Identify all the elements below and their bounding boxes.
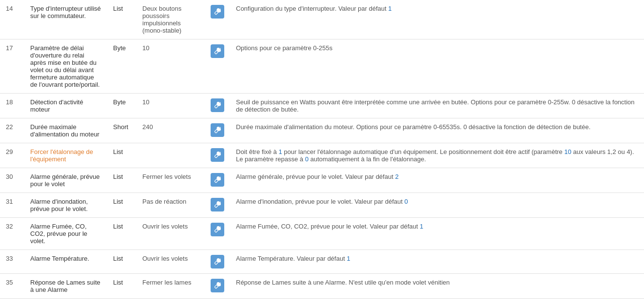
table-row: 22Durée maximale d'alimentation du moteu… (0, 118, 644, 143)
param-id: 18 (0, 94, 24, 118)
param-id: 22 (0, 118, 24, 143)
param-type: List (107, 0, 137, 39)
param-description: Options pour ce paramètre 0-255s (230, 39, 644, 94)
param-description: Configuration du type d'interrupteur. Va… (230, 0, 644, 39)
param-action-cell (205, 218, 230, 250)
param-value: Fermer les volets (137, 168, 205, 193)
param-id: 32 (0, 218, 24, 250)
param-description: Alarme d'inondation, prévue pour le vole… (230, 193, 644, 218)
param-type: List (107, 218, 137, 250)
table-row: 35Réponse de Lames suite à une AlarmeLis… (0, 274, 644, 299)
param-type: List (107, 143, 137, 168)
param-value: Pas de réaction (137, 193, 205, 218)
param-type: Byte (107, 39, 137, 94)
param-description: Réponse de Lames suite à une Alarme. N'e… (230, 274, 644, 299)
param-value: Ouvrir les volets (137, 218, 205, 250)
param-id: 14 (0, 0, 24, 39)
param-value: 10 (137, 39, 205, 94)
edit-button[interactable] (211, 279, 224, 292)
param-description: Alarme générale, prévue pour le volet. V… (230, 168, 644, 193)
edit-button[interactable] (211, 198, 224, 211)
edit-button[interactable] (211, 44, 224, 58)
param-value: Fermer les lames (137, 274, 205, 299)
param-value (137, 143, 205, 168)
param-label: Paramètre de délai d'ouverture du relai … (24, 39, 107, 94)
table-row: 32Alarme Fumée, CO, CO2, prévue pour le … (0, 218, 644, 250)
table-row: 33Alarme Température.ListOuvrir les vole… (0, 250, 644, 274)
param-action-cell (205, 168, 230, 193)
edit-button[interactable] (211, 223, 224, 236)
param-type: Short (107, 118, 137, 143)
param-label: Réponse de Lames suite à une Alarme (24, 274, 107, 299)
param-action-cell (205, 39, 230, 94)
param-description: Alarme Fumée, CO, CO2, prévue pour le vo… (230, 218, 644, 250)
param-id: 29 (0, 143, 24, 168)
parameters-table: 14Type d'interrupteur utilisé sur le com… (0, 0, 644, 299)
param-type: List (107, 274, 137, 299)
param-action-cell (205, 0, 230, 39)
param-action-cell (205, 250, 230, 274)
param-action-cell (205, 274, 230, 299)
param-label: Détection d'activité moteur (24, 94, 107, 118)
edit-button[interactable] (211, 5, 224, 19)
edit-button[interactable] (211, 98, 224, 112)
param-id: 17 (0, 39, 24, 94)
param-value: Deux boutons poussoirs impulsionnels (mo… (137, 0, 205, 39)
param-action-cell (205, 143, 230, 168)
param-label: Alarme Fumée, CO, CO2, prévue pour le vo… (24, 218, 107, 250)
edit-button[interactable] (211, 148, 224, 162)
param-type: List (107, 193, 137, 218)
param-id: 35 (0, 274, 24, 299)
param-id: 33 (0, 250, 24, 274)
param-value: Ouvrir les volets (137, 250, 205, 274)
table-row: 17Paramètre de délai d'ouverture du rela… (0, 39, 644, 94)
param-label: Durée maximale d'alimentation du moteur (24, 118, 107, 143)
param-label: Alarme Température. (24, 250, 107, 274)
param-id: 31 (0, 193, 24, 218)
param-label: Alarme générale, prévue pour le volet (24, 168, 107, 193)
param-description: Seuil de puissance en Watts pouvant être… (230, 94, 644, 118)
table-row: 18Détection d'activité moteurByte10Seuil… (0, 94, 644, 118)
param-label: Forcer l'étalonnage de l'équipement (24, 143, 107, 168)
table-row: 29Forcer l'étalonnage de l'équipementLis… (0, 143, 644, 168)
table-row: 30Alarme générale, prévue pour le voletL… (0, 168, 644, 193)
param-id: 30 (0, 168, 24, 193)
edit-button[interactable] (211, 255, 224, 269)
param-description: Durée maximale d'alimentation du moteur.… (230, 118, 644, 143)
param-type: List (107, 250, 137, 274)
edit-button[interactable] (211, 173, 224, 187)
param-value: 10 (137, 94, 205, 118)
table-row: 14Type d'interrupteur utilisé sur le com… (0, 0, 644, 39)
param-action-cell (205, 193, 230, 218)
table-row: 31Alarme d'inondation, prévue pour le vo… (0, 193, 644, 218)
param-label: Type d'interrupteur utilisé sur le commu… (24, 0, 107, 39)
param-action-cell (205, 118, 230, 143)
param-action-cell (205, 94, 230, 118)
param-type: Byte (107, 94, 137, 118)
param-description: Alarme Température. Valeur par défaut 1 (230, 250, 644, 274)
param-value: 240 (137, 118, 205, 143)
param-label: Alarme d'inondation, prévue pour le vole… (24, 193, 107, 218)
param-description: Doit être fixé à 1 pour lancer l'étalonn… (230, 143, 644, 168)
edit-button[interactable] (211, 123, 224, 137)
param-type: List (107, 168, 137, 193)
